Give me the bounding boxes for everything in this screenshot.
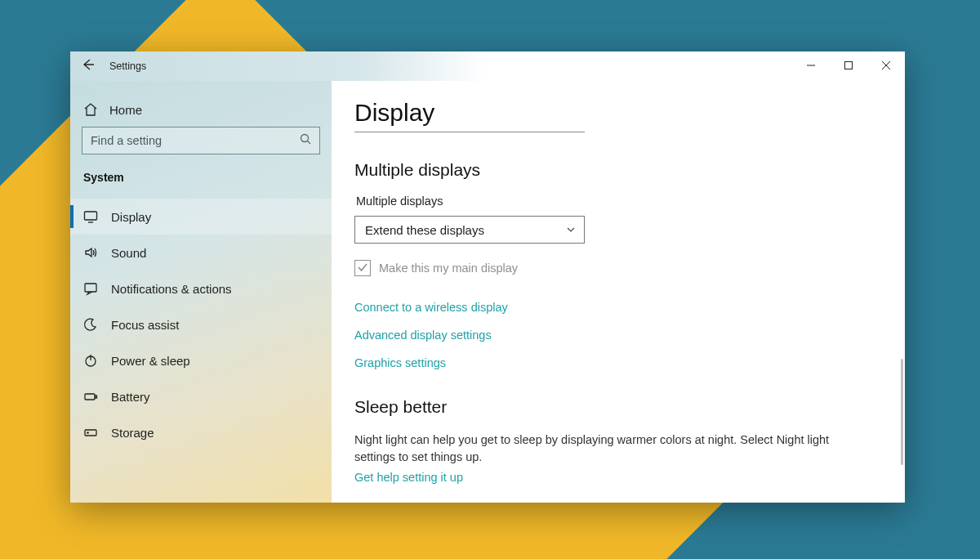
sleep-better-description: Night light can help you get to sleep by…	[354, 432, 861, 466]
maximize-button[interactable]	[830, 51, 867, 81]
notifications-icon	[83, 281, 98, 296]
power-icon	[83, 353, 98, 368]
back-button[interactable]	[70, 58, 106, 74]
search-input[interactable]	[91, 134, 293, 147]
focus-assist-icon	[83, 317, 98, 332]
sidebar-item-focus-assist[interactable]: Focus assist	[70, 306, 332, 342]
sound-icon	[83, 245, 98, 260]
sidebar-item-label: Power & sleep	[111, 354, 190, 368]
content-area: Display Multiple displays Multiple displ…	[332, 81, 905, 503]
sleep-better-heading: Sleep better	[354, 397, 879, 417]
main-display-checkbox-row: Make this my main display	[354, 260, 879, 276]
dropdown-value: Extend these displays	[365, 223, 484, 237]
sidebar-item-label: Storage	[111, 426, 154, 440]
sidebar: Home System Display	[70, 81, 332, 503]
settings-window: Settings	[70, 51, 905, 503]
svg-rect-13	[85, 430, 96, 436]
maximize-icon	[844, 59, 853, 74]
svg-point-4	[301, 135, 309, 142]
battery-icon	[83, 389, 98, 404]
titlebar: Settings	[70, 51, 905, 81]
svg-point-14	[87, 432, 88, 433]
multiple-displays-dropdown[interactable]: Extend these displays	[354, 216, 585, 244]
sidebar-section-label: System	[70, 166, 332, 199]
sidebar-item-label: Battery	[111, 390, 150, 404]
sidebar-item-battery[interactable]: Battery	[70, 378, 332, 414]
svg-rect-12	[96, 396, 97, 398]
link-advanced-display-settings[interactable]: Advanced display settings	[354, 329, 879, 342]
sidebar-item-label: Notifications & actions	[111, 282, 232, 296]
search-input-wrap[interactable]	[82, 127, 320, 154]
sidebar-item-label: Display	[111, 210, 151, 224]
svg-rect-1	[845, 62, 853, 69]
sidebar-item-label: Focus assist	[111, 318, 179, 332]
minimize-icon	[806, 59, 816, 74]
svg-rect-8	[85, 284, 96, 292]
sidebar-item-storage[interactable]: Storage	[70, 414, 332, 450]
section-sleep-better: Sleep better Night light can help you ge…	[354, 397, 879, 484]
links-list: Connect to a wireless display Advanced d…	[354, 301, 879, 369]
minimize-button[interactable]	[792, 51, 830, 81]
window-title: Settings	[106, 60, 146, 72]
link-get-help-setting-it-up[interactable]: Get help setting it up	[354, 471, 879, 484]
sidebar-home-label: Home	[109, 103, 142, 117]
scrollbar[interactable]	[901, 359, 903, 465]
sidebar-item-label: Sound	[111, 246, 146, 260]
svg-rect-6	[85, 212, 97, 220]
page-title: Display	[354, 99, 879, 127]
search-icon	[293, 133, 311, 148]
sidebar-home[interactable]: Home	[70, 92, 332, 127]
section-multiple-displays-heading: Multiple displays	[354, 160, 879, 180]
svg-rect-11	[85, 394, 95, 400]
storage-icon	[83, 425, 98, 440]
divider	[354, 132, 585, 132]
main-display-checkbox-label: Make this my main display	[379, 262, 518, 275]
link-graphics-settings[interactable]: Graphics settings	[354, 356, 879, 369]
chevron-down-icon	[566, 223, 576, 237]
main-display-checkbox[interactable]	[354, 260, 371, 276]
display-icon	[83, 209, 98, 224]
link-connect-wireless-display[interactable]: Connect to a wireless display	[354, 301, 879, 314]
home-icon	[83, 102, 98, 117]
back-arrow-icon	[82, 58, 95, 74]
sidebar-item-notifications[interactable]: Notifications & actions	[70, 271, 332, 306]
checkmark-icon	[357, 262, 368, 275]
multiple-displays-field-label: Multiple displays	[354, 195, 879, 208]
close-button[interactable]	[867, 51, 905, 81]
sidebar-item-sound[interactable]: Sound	[70, 235, 332, 271]
titlebar-left: Settings	[70, 51, 146, 81]
svg-line-5	[308, 141, 311, 145]
sidebar-item-power-sleep[interactable]: Power & sleep	[70, 342, 332, 378]
sidebar-item-display[interactable]: Display	[70, 199, 332, 235]
close-icon	[881, 59, 891, 74]
